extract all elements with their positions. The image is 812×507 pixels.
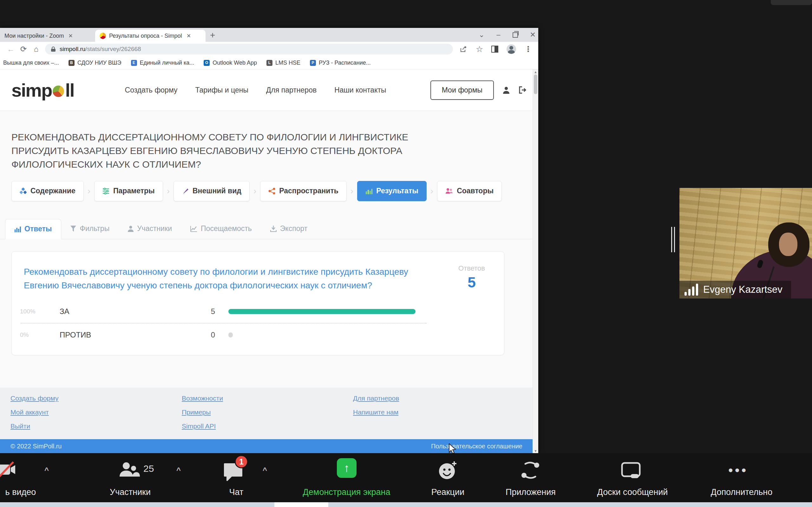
apps-icon (521, 461, 540, 479)
bookmark-star-icon[interactable]: ☆ (476, 44, 483, 54)
subtab-filters[interactable]: Фильтры (61, 219, 119, 239)
video-panel-drag-handle[interactable] (671, 227, 675, 252)
nav-contacts[interactable]: Наши контакты (334, 86, 386, 95)
bookmark-favicon: L (266, 60, 272, 66)
refresh-icon[interactable]: ⟳ (17, 45, 30, 54)
address-bar[interactable]: simpoll.ru/stats/survey/262668 (45, 44, 453, 55)
step-coauthors[interactable]: Соавторы (437, 181, 502, 201)
account-icon[interactable] (503, 86, 510, 94)
minimize-button[interactable]: – (496, 32, 500, 38)
parameters-icon (102, 187, 109, 194)
video-options-chevron-icon[interactable]: ^ (44, 466, 49, 475)
step-results[interactable]: Результаты (357, 181, 426, 201)
simpoll-page: simpll Создать форму Тарифы и цены Для п… (0, 69, 538, 453)
simpoll-logo[interactable]: simpll (11, 79, 74, 101)
participants-count: 25 (143, 463, 154, 474)
side-panel-icon[interactable] (491, 46, 498, 53)
step-chevron-icon: › (430, 186, 433, 196)
footer-link-examples[interactable]: Примеры (182, 408, 343, 416)
browser-toolbar: ← ⟳ ⌂ simpoll.ru/stats/survey/262668 ☆ ⋮ (0, 42, 538, 56)
bookmarks-bar: Вышка для своих –... ВСДОУ НИУ ВШЭ ЕЕдин… (0, 56, 538, 69)
chat-label: Чат (222, 487, 251, 497)
browser-window: Мои настройки - Zoom ✕ Результаты опроса… (0, 28, 538, 453)
bookmark-eliny[interactable]: ЕЕдиный личный ка... (131, 60, 194, 66)
bookmark-outlook[interactable]: OOutlook Web App (204, 60, 257, 66)
tab-zoom-settings[interactable]: Мои настройки - Zoom ✕ (0, 30, 95, 42)
footer-link-create-form[interactable]: Создать форму (10, 395, 171, 402)
answer-count: 5 (206, 307, 215, 316)
copyright-text: © 2022 SimPoll.ru (10, 443, 61, 450)
more-dots-icon: ••• (728, 463, 748, 478)
step-content[interactable]: Содержание (11, 181, 84, 201)
step-appearance[interactable]: Внешний вид (173, 181, 250, 201)
participant-name: Evgeny Kazartsev (703, 284, 782, 295)
answer-count: 0 (206, 331, 215, 339)
background-window-edge (0, 502, 812, 507)
whiteboards-label: Доски сообщений (581, 487, 683, 497)
bookmark-lms[interactable]: LLMS HSE (266, 60, 300, 66)
bookmark-sdou[interactable]: ВСДОУ НИУ ВШЭ (68, 60, 121, 66)
tab-close-icon[interactable]: ✕ (187, 33, 191, 39)
tab-close-icon[interactable]: ✕ (68, 33, 72, 39)
my-forms-button[interactable]: Мои формы (430, 80, 494, 100)
participant-video-tile[interactable]: Evgeny Kazartsev (679, 188, 812, 298)
subtab-export[interactable]: Экспорт (261, 219, 316, 239)
reactions-label: Реакции (424, 487, 472, 497)
subtab-participants[interactable]: Участники (119, 219, 181, 239)
nav-create-form[interactable]: Создать форму (125, 86, 177, 95)
mouse-cursor (449, 443, 458, 453)
new-tab-button[interactable]: + (210, 30, 215, 41)
url-domain: simpoll.ru (60, 46, 85, 53)
results-sub-tabs: Ответы Фильтры Участники Посещаемость Эк… (0, 219, 538, 239)
answers-count: 5 (458, 274, 485, 291)
nav-partners[interactable]: Для партнеров (266, 86, 316, 95)
footer-link-partners[interactable]: Для партнеров (353, 395, 514, 402)
row-separator (20, 323, 426, 324)
footer-link-features[interactable]: Возможности (182, 395, 343, 402)
restore-button[interactable] (513, 32, 518, 38)
desktop-background: Мои настройки - Zoom ✕ Результаты опроса… (0, 0, 812, 507)
logo-pie-icon (53, 86, 64, 97)
nav-pricing[interactable]: Тарифы и цены (195, 86, 248, 95)
traffic-chart-icon (190, 226, 197, 232)
scroll-up-icon[interactable]: ▲ (533, 70, 538, 74)
whiteboard-icon (621, 462, 641, 479)
bookmark-ruz[interactable]: РРУЗ - Расписание... (310, 60, 371, 66)
answers-label: Ответов (458, 264, 485, 273)
reactions-smiley-icon (438, 461, 458, 480)
participants-chevron-icon[interactable]: ^ (176, 466, 181, 475)
step-distribute[interactable]: Распространить (260, 181, 347, 201)
logout-icon[interactable] (519, 86, 527, 94)
answer-bar (229, 332, 233, 337)
footer-link-api[interactable]: Simpoll API (182, 422, 343, 430)
scroll-down-icon[interactable]: ▼ (533, 449, 538, 453)
browser-menu-icon[interactable]: ⋮ (524, 45, 532, 54)
answer-percent: 0% (20, 331, 60, 338)
tab-simpoll-results[interactable]: Результаты опроса - Simpoll ✕ (95, 30, 206, 42)
filter-icon (70, 226, 76, 232)
page-scrollbar[interactable]: ▲ ▼ (532, 69, 538, 453)
subtab-traffic[interactable]: Посещаемость (181, 219, 261, 239)
url-path: /stats/survey/262668 (85, 46, 141, 53)
share-page-icon[interactable] (460, 46, 467, 53)
participants-icon (118, 461, 141, 479)
home-icon[interactable]: ⌂ (30, 45, 43, 54)
step-parameters[interactable]: Параметры (94, 181, 163, 201)
subtab-answers[interactable]: Ответы (5, 219, 61, 239)
footer-link-logout[interactable]: Выйти (10, 422, 171, 430)
chat-chevron-icon[interactable]: ^ (263, 466, 267, 475)
results-card: Рекомендовать диссертационному совету по… (11, 251, 504, 355)
footer-link-contact-us[interactable]: Напишите нам (353, 408, 514, 416)
share-nodes-icon (268, 187, 275, 194)
profile-avatar[interactable] (507, 44, 516, 54)
apps-label: Приложения (494, 487, 567, 497)
tab-search-icon[interactable]: ⌄ (478, 32, 484, 38)
share-screen-label: Демонстрация экрана (286, 487, 408, 497)
close-window-button[interactable]: ✕ (530, 32, 536, 38)
bookmark-vyshka[interactable]: Вышка для своих –... (3, 60, 59, 66)
scrollbar-thumb[interactable] (534, 74, 537, 94)
back-icon[interactable]: ← (4, 45, 17, 54)
step-chevron-icon: › (88, 186, 90, 196)
user-agreement-link[interactable]: Пользовательское соглашение (431, 443, 522, 450)
footer-link-my-account[interactable]: Мой аккаунт (10, 408, 171, 416)
